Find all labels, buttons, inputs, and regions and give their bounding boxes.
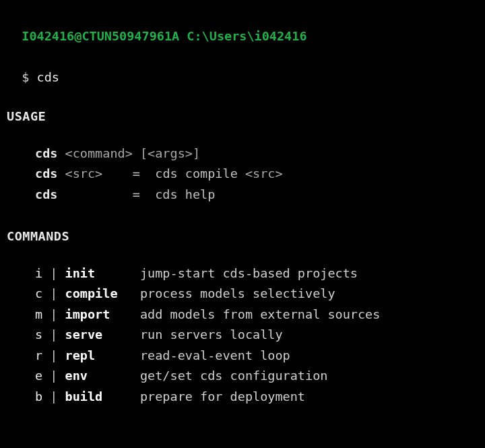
pipe-separator: | xyxy=(42,369,65,383)
command-name: compile xyxy=(65,286,140,300)
pipe-separator: | xyxy=(42,307,65,321)
usage-row: cds = cds help xyxy=(7,185,478,205)
usage-block: cds <command> [<args>] cds <src> = cds c… xyxy=(7,143,478,205)
pipe-separator: | xyxy=(42,327,65,342)
command-desc: get/set cds configuration xyxy=(140,369,327,383)
prompt-symbol: $ xyxy=(22,70,29,84)
user-host: I042416@CTUN50947961A xyxy=(22,29,179,43)
command-row: s | serve run servers locally xyxy=(7,325,478,346)
command-desc: process models selectively xyxy=(140,286,335,300)
command-alias: b xyxy=(35,389,42,404)
command-alias: i xyxy=(35,266,42,280)
command-desc: add models from external sources xyxy=(140,307,380,321)
command-row: i | init jump-start cds-based projects xyxy=(7,263,478,284)
command-name: init xyxy=(65,266,140,280)
command-desc: prepare for deployment xyxy=(140,389,305,404)
prompt-line: I042416@CTUN50947961A C:\Users\i042416 xyxy=(7,5,478,46)
usage-row: cds <src> = cds compile <src> xyxy=(7,164,478,185)
command-alias: r xyxy=(35,348,42,362)
command-desc: read-eval-event loop xyxy=(140,348,290,362)
cwd: C:\Users\i042416 xyxy=(187,29,306,43)
command-alias: m xyxy=(35,307,42,321)
command-alias: c xyxy=(35,286,42,300)
pipe-separator: | xyxy=(42,286,65,300)
usage-header: USAGE xyxy=(7,106,478,127)
command-name: repl xyxy=(65,348,140,362)
command-alias: e xyxy=(35,369,42,383)
pipe-separator: | xyxy=(42,348,65,362)
command-line[interactable]: $ cds xyxy=(7,46,478,88)
pipe-separator: | xyxy=(42,266,65,280)
usage-row: cds <command> [<args>] xyxy=(7,143,478,164)
usage-arg: <src> xyxy=(65,166,103,181)
command-name: build xyxy=(65,389,140,404)
commands-header: COMMANDS xyxy=(7,226,478,247)
command-row: b | build prepare for deployment xyxy=(7,387,478,408)
pipe-separator: | xyxy=(42,389,65,404)
command-row: e | env get/set cds configuration xyxy=(7,366,478,387)
command-row: m | import add models from external sour… xyxy=(7,305,478,325)
command-name: import xyxy=(65,307,140,321)
command-desc: run servers locally xyxy=(140,327,283,342)
command-name: env xyxy=(65,369,140,383)
command-name: serve xyxy=(65,327,140,342)
commands-block: i | init jump-start cds-based projectsc … xyxy=(7,263,478,408)
typed-command: cds xyxy=(37,70,59,84)
command-alias: s xyxy=(35,327,42,342)
command-row: c | compile process models selectively xyxy=(7,284,478,305)
command-row: r | repl read-eval-event loop xyxy=(7,346,478,366)
command-desc: jump-start cds-based projects xyxy=(140,266,358,280)
